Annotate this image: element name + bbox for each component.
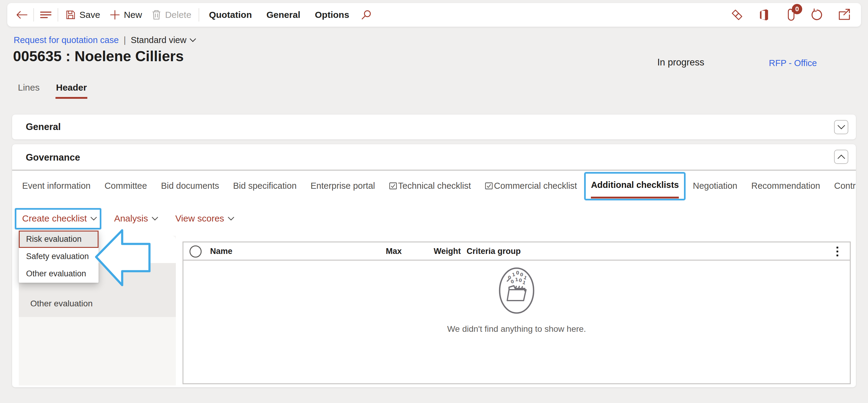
toolbar-divider	[198, 8, 199, 22]
office-button[interactable]	[758, 8, 770, 21]
menu-item-safety-evaluation[interactable]: Safety evaluation	[19, 248, 98, 265]
breadcrumb: Request for quotation case | Standard vi…	[13, 35, 196, 45]
status-badge: In progress	[657, 57, 704, 68]
search-icon	[361, 9, 372, 20]
tab-contracts[interactable]: Contracts	[834, 180, 856, 199]
chevron-down-icon	[189, 38, 196, 42]
office-icon	[758, 8, 770, 21]
nav-expand-button[interactable]	[36, 6, 55, 23]
tab-commercial-checklist[interactable]: Commercial checklist	[485, 180, 577, 199]
list-item-label: Other evaluation	[30, 299, 92, 308]
new-label: New	[124, 10, 142, 20]
criteria-grid: Name Max Weight Criteria group 0 1	[183, 241, 851, 384]
svg-text:0: 0	[519, 272, 524, 278]
back-arrow-icon	[16, 10, 28, 20]
view-scores-button[interactable]: View scores	[175, 213, 235, 224]
empty-folder-icon: 0 1 0 0 1 0 1 0 1	[498, 267, 535, 314]
hamburger-icon	[40, 10, 52, 20]
menu-item-other-evaluation[interactable]: Other evaluation	[19, 265, 98, 282]
tab-committee[interactable]: Committee	[104, 180, 147, 199]
menu-item-risk-evaluation[interactable]: Risk evaluation	[19, 231, 98, 248]
mail-check-icon	[389, 182, 397, 190]
column-header-max[interactable]: Max	[341, 247, 402, 256]
svg-text:0: 0	[516, 270, 519, 276]
open-in-new-window-icon	[838, 9, 851, 21]
delete-button[interactable]: Delete	[147, 6, 196, 23]
column-header-criteria-group[interactable]: Criteria group	[467, 247, 521, 256]
tab-negotiation[interactable]: Negotiation	[693, 180, 737, 199]
delete-label: Delete	[165, 10, 191, 20]
expand-general-button[interactable]	[834, 120, 848, 134]
chevron-down-icon	[90, 217, 97, 221]
section-divider	[12, 170, 856, 171]
trash-icon	[152, 10, 161, 20]
reference-link[interactable]: RFP - Office	[769, 58, 817, 68]
save-button[interactable]: Save	[61, 6, 105, 23]
empty-state-text: We didn't find anything to show here.	[447, 324, 586, 334]
back-button[interactable]	[13, 6, 31, 23]
tab-enterprise-portal[interactable]: Enterprise portal	[310, 180, 375, 199]
tab-bid-specification[interactable]: Bid specification	[233, 180, 297, 199]
governance-action-bar: Create checklist Analysis View scores	[22, 213, 235, 224]
diamond-grid-icon	[731, 8, 743, 21]
more-options-icon[interactable]	[835, 245, 839, 258]
app-window: Save New Delete Quotation General Option…	[0, 0, 868, 403]
tab-technical-checklist[interactable]: Technical checklist	[389, 180, 471, 199]
page-tabs: Lines Header	[17, 82, 87, 99]
svg-text:1: 1	[522, 280, 526, 286]
toolbar-right-icons: 0	[731, 8, 856, 22]
save-label: Save	[80, 10, 100, 20]
view-switcher[interactable]: Standard view	[131, 35, 196, 45]
plus-icon	[110, 10, 120, 20]
tab-event-information[interactable]: Event information	[22, 180, 91, 199]
attachments-button[interactable]: 0	[785, 8, 796, 22]
chevron-up-icon	[837, 155, 845, 159]
breadcrumb-link[interactable]: Request for quotation case	[13, 35, 119, 45]
collapse-governance-button[interactable]	[834, 150, 848, 164]
column-header-weight[interactable]: Weight	[414, 247, 461, 256]
grid-header-row: Name Max Weight Criteria group	[183, 242, 850, 261]
save-icon	[65, 10, 76, 20]
grid-empty-state: 0 1 0 0 1 0 1 0 1 We didn't find anythin…	[183, 261, 850, 334]
chevron-down-icon	[837, 125, 845, 129]
toolbar-divider	[33, 8, 34, 22]
governance-tab-strip: Event information Committee Bid document…	[22, 180, 856, 199]
svg-text:0: 0	[510, 278, 515, 284]
create-checklist-button[interactable]: Create checklist	[22, 213, 97, 224]
new-button[interactable]: New	[105, 6, 147, 23]
chevron-down-icon	[152, 217, 158, 221]
toolbar-divider	[58, 8, 58, 22]
menu-general[interactable]: General	[259, 6, 308, 23]
section-governance: Governance Event information Committee B…	[12, 144, 856, 387]
popout-button[interactable]	[838, 9, 851, 21]
command-bar: Save New Delete Quotation General Option…	[7, 3, 861, 27]
svg-text:0: 0	[519, 277, 522, 283]
tab-additional-checklists[interactable]: Additional checklists	[591, 180, 679, 199]
mail-check-icon	[485, 182, 493, 190]
tab-lines[interactable]: Lines	[17, 82, 40, 99]
section-general: General	[12, 114, 856, 139]
column-header-name[interactable]: Name	[210, 247, 232, 256]
create-checklist-menu: Risk evaluation Safety evaluation Other …	[19, 230, 98, 283]
tab-recommendation[interactable]: Recommendation	[751, 180, 820, 199]
attachments-badge: 0	[792, 4, 802, 14]
refresh-button[interactable]	[811, 8, 824, 21]
refresh-icon	[811, 8, 824, 21]
analysis-button[interactable]: Analysis	[114, 213, 158, 224]
chevron-down-icon	[228, 217, 235, 221]
section-governance-title: Governance	[26, 152, 80, 163]
breadcrumb-separator: |	[124, 35, 126, 45]
section-general-title: General	[26, 114, 61, 139]
power-apps-button[interactable]	[731, 8, 743, 21]
tab-header[interactable]: Header	[56, 82, 88, 99]
select-all-checkbox[interactable]	[189, 245, 202, 258]
menu-options[interactable]: Options	[308, 6, 356, 23]
search-button[interactable]	[356, 6, 376, 23]
menu-quotation[interactable]: Quotation	[202, 6, 259, 23]
page-title: 005635 : Noelene Cilliers	[13, 48, 184, 65]
view-switcher-label: Standard view	[131, 35, 186, 45]
tab-bid-documents[interactable]: Bid documents	[161, 180, 219, 199]
svg-text:1: 1	[515, 277, 519, 283]
